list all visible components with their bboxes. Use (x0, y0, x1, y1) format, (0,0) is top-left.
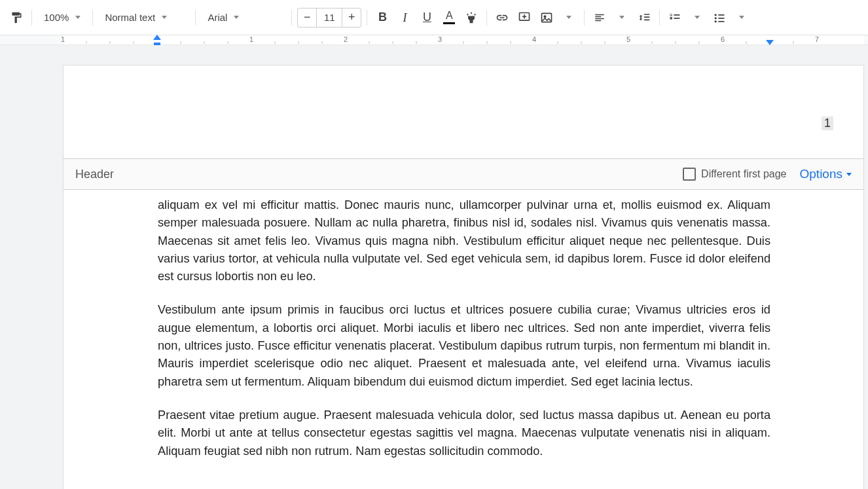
header-options-button[interactable]: Options (800, 167, 852, 181)
chevron-down-icon (75, 16, 81, 19)
header-toolbar: Header Different first page Options (63, 158, 863, 190)
add-comment-button[interactable] (515, 8, 534, 27)
align-button[interactable] (590, 8, 609, 27)
right-indent-marker[interactable] (766, 40, 774, 45)
zoom-dropdown[interactable]: 100% (37, 8, 87, 27)
chevron-down-icon (846, 173, 852, 176)
svg-point-4 (715, 17, 717, 19)
paragraph: Vestibulum ante ipsum primis in faucibus… (158, 301, 770, 390)
ruler-number: 6 (721, 35, 725, 43)
bold-button[interactable]: B (372, 8, 392, 27)
svg-point-5 (715, 20, 717, 22)
bulleted-list-button[interactable] (710, 8, 729, 27)
increase-font-button[interactable]: + (342, 9, 361, 27)
svg-point-3 (715, 14, 717, 16)
ruler-number: 1 (61, 35, 65, 43)
different-first-page-checkbox[interactable]: Different first page (683, 168, 786, 181)
underline-button[interactable]: U (417, 8, 437, 27)
insert-image-button[interactable] (537, 8, 556, 27)
insert-image-more[interactable] (559, 8, 579, 27)
svg-point-2 (545, 16, 547, 17)
checkbox-icon (683, 168, 696, 181)
toolbar: 100% Normal text Arial − + B I U A (0, 0, 868, 35)
bulleted-list-more[interactable] (732, 8, 751, 27)
ruler[interactable]: 1 1 2 3 4 5 6 7 (0, 35, 868, 45)
first-line-indent-marker[interactable] (153, 35, 161, 40)
page[interactable]: 1 Header Different first page Options al… (63, 65, 864, 489)
chevron-down-icon (234, 16, 239, 19)
chevron-down-icon (162, 16, 167, 19)
separator (486, 10, 487, 26)
separator (31, 10, 32, 26)
paragraph-style-dropdown[interactable]: Normal text (98, 8, 190, 27)
checklist-button[interactable] (665, 8, 685, 27)
chevron-down-icon (739, 16, 744, 19)
separator (92, 10, 93, 26)
text-color-button[interactable]: A (439, 8, 459, 27)
font-size-input[interactable] (316, 9, 342, 27)
page-number: 1 (822, 117, 833, 130)
line-spacing-button[interactable] (634, 8, 654, 27)
options-label: Options (800, 167, 842, 181)
text-color-swatch (443, 22, 455, 24)
paragraph: aliquam ex vel mi efficitur mattis. Done… (158, 196, 770, 285)
ruler-number: 2 (344, 35, 348, 43)
separator (367, 10, 367, 26)
style-value: Normal text (105, 12, 155, 23)
separator (195, 10, 196, 26)
document-canvas: 1 Header Different first page Options al… (0, 45, 868, 489)
chevron-down-icon (619, 16, 624, 19)
chevron-down-icon (566, 16, 571, 19)
insert-link-button[interactable] (492, 8, 512, 27)
document-body[interactable]: aliquam ex vel mi efficitur mattis. Done… (158, 196, 770, 476)
zoom-value: 100% (44, 12, 69, 23)
ruler-number: 3 (438, 35, 442, 43)
checklist-more[interactable] (687, 8, 707, 27)
paint-format-button[interactable] (7, 8, 26, 27)
different-first-page-label: Different first page (701, 168, 786, 180)
font-family-dropdown[interactable]: Arial (201, 8, 286, 27)
font-value: Arial (208, 12, 227, 23)
italic-button[interactable]: I (395, 8, 414, 27)
highlight-color-button[interactable] (461, 8, 481, 27)
separator (659, 10, 660, 26)
font-size-stepper: − + (297, 8, 361, 27)
paragraph: Praesent vitae pretium augue. Praesent m… (158, 407, 770, 460)
header-label: Header (75, 168, 670, 181)
ruler-number: 4 (532, 35, 536, 43)
ruler-number: 1 (249, 35, 253, 43)
separator (291, 10, 292, 26)
separator (584, 10, 585, 26)
ruler-number: 5 (626, 35, 630, 43)
ruler-number: 7 (815, 35, 819, 43)
chevron-down-icon (695, 16, 700, 19)
align-more[interactable] (612, 8, 632, 27)
decrease-font-button[interactable]: − (298, 9, 316, 27)
